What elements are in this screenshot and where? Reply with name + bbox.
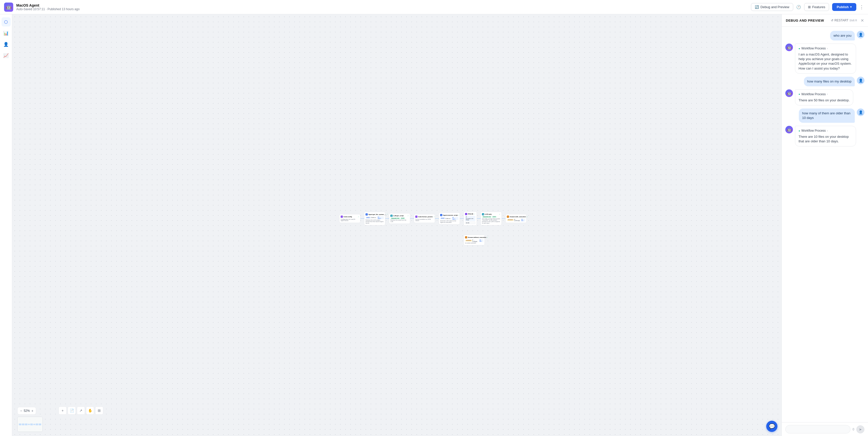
llm-icon: ◉	[391, 215, 393, 217]
sidebar-item-workflow[interactable]: ⬡	[2, 17, 11, 27]
code-icon: { }	[341, 216, 343, 218]
app-info: MacOS Agent Auto-Saved 10:57:11 · Publis…	[16, 3, 434, 11]
node-llm-get-script[interactable]: ◉ LLM:get_script ✓ deepseek-chat CHAT Re…	[389, 213, 410, 218]
post-badge: POST	[366, 217, 370, 218]
app-save-status: Auto-Saved 10:57:11 · Published 13 hours…	[16, 7, 434, 11]
app-title: MacOS Agent	[16, 3, 434, 7]
node-code-config[interactable]: { } Code:config ✓ Configuration for macO…	[339, 214, 361, 218]
analytics-icon: 📈	[3, 53, 9, 58]
code-icon-2: { }	[415, 216, 417, 218]
workflow-canvas[interactable]: { } Code:config ✓ Configuration for macO…	[12, 14, 434, 218]
nodes-row: { } Code:config ✓ Configuration for macO…	[339, 211, 434, 218]
node-code-format-title: Code:format_params	[418, 216, 433, 217]
contacts-icon: 👤	[3, 42, 9, 47]
app-logo: 🤖	[4, 3, 13, 12]
sidebar-item-contacts[interactable]: 👤	[2, 40, 11, 49]
check-icon-3: ✓	[407, 215, 409, 216]
node-code-config-title: Code:config	[343, 216, 357, 217]
check-icon-4: ✓	[433, 216, 434, 217]
topbar: 🤖 MacOS Agent Auto-Saved 10:57:11 · Publ…	[0, 0, 434, 14]
monitor-icon: 📊	[3, 31, 9, 36]
workflow-icon: ⬡	[4, 19, 8, 25]
node-agent-get-llm[interactable]: ◈ Agent:get_llm_system_... ✓ POST Code:c…	[364, 212, 385, 218]
agent-get-tag: {x} agent...	[377, 216, 384, 218]
check-icon: ✓	[358, 216, 359, 217]
sidebar-item-analytics[interactable]: 📈	[2, 51, 11, 60]
node-agent-get-llm-title: Agent:get_llm_system_...	[368, 214, 386, 215]
sidebar: ⬡ 📊 👤 📈	[0, 14, 12, 218]
chat-type-badge: CHAT	[400, 217, 405, 218]
agent-icon: ◈	[366, 213, 368, 215]
chat-badge: deepseek-chat	[391, 217, 400, 218]
node-llm-title: LLM:get_script	[393, 215, 407, 216]
node-code-format[interactable]: { } Code:format_params ✓ Format variable…	[414, 214, 434, 218]
sidebar-item-monitor[interactable]: 📊	[2, 29, 11, 38]
check-icon-2: ✓	[387, 214, 388, 215]
agent-get-sub1: Code:co...	[371, 217, 377, 218]
canvas-inner: { } Code:config ✓ Configuration for macO…	[339, 211, 434, 218]
